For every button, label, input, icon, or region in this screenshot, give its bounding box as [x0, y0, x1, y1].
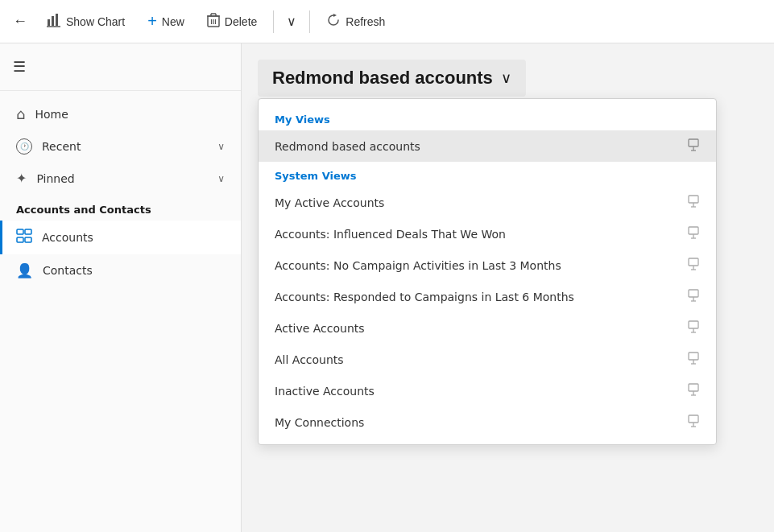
- pin-my-active-icon[interactable]: [687, 195, 700, 210]
- new-icon: +: [147, 12, 157, 31]
- svg-rect-12: [17, 229, 23, 234]
- pin-active-accounts-icon[interactable]: [687, 320, 700, 336]
- refresh-label: Refresh: [346, 15, 385, 28]
- pin-influenced-icon[interactable]: [687, 226, 700, 241]
- sidebar: ☰ ⌂ Home 🕐 Recent ∨ ✦ Pinned ∨ Accounts …: [0, 43, 242, 532]
- current-view-label: Redmond based accounts: [272, 68, 493, 89]
- view-selector-chevron-icon: ∨: [501, 69, 511, 87]
- dropdown-item-influenced-label: Accounts: Influenced Deals That We Won: [275, 228, 506, 241]
- sidebar-item-pinned[interactable]: ✦ Pinned ∨: [0, 163, 241, 194]
- accounts-icon: [16, 229, 32, 246]
- svg-rect-34: [689, 353, 698, 360]
- view-dropdown-panel: My Views Redmond based accounts System V…: [258, 98, 717, 445]
- show-chart-icon: [47, 13, 61, 31]
- dropdown-item-all-accounts[interactable]: All Accounts: [259, 344, 716, 375]
- dropdown-item-responded-label: Accounts: Responded to Campaigns in Last…: [275, 291, 574, 303]
- dropdown-item-no-campaign[interactable]: Accounts: No Campaign Activities in Last…: [259, 250, 716, 281]
- dropdown-item-active-accounts-label: Active Accounts: [275, 322, 365, 335]
- dropdown-item-redmond-label: Redmond based accounts: [275, 140, 420, 153]
- refresh-button[interactable]: Refresh: [317, 8, 395, 35]
- sidebar-item-accounts-label: Accounts: [42, 231, 225, 244]
- pin-connections-icon[interactable]: [687, 414, 700, 430]
- svg-rect-15: [25, 237, 31, 242]
- svg-rect-19: [689, 196, 698, 203]
- dropdown-item-redmond[interactable]: Redmond based accounts: [259, 130, 716, 162]
- accounts-contacts-section-label: Accounts and Contacts: [0, 194, 241, 221]
- dropdown-item-my-active[interactable]: My Active Accounts: [259, 187, 716, 218]
- pin-redmond-icon[interactable]: [687, 138, 700, 154]
- delete-label: Delete: [225, 15, 257, 28]
- sidebar-item-contacts-label: Contacts: [43, 264, 225, 277]
- toolbar-divider-2: [309, 10, 310, 33]
- pin-icon: ✦: [16, 171, 27, 186]
- dropdown-item-inactive-label: Inactive Accounts: [275, 385, 375, 398]
- svg-rect-25: [689, 258, 698, 266]
- dropdown-item-my-active-label: My Active Accounts: [275, 196, 384, 209]
- recent-chevron-icon: ∨: [217, 141, 225, 152]
- sidebar-item-pinned-label: Pinned: [36, 172, 208, 185]
- dropdown-arrow-icon: ∨: [287, 14, 296, 29]
- delete-button[interactable]: Delete: [197, 8, 267, 35]
- pin-inactive-icon[interactable]: [687, 383, 700, 398]
- dropdown-item-no-campaign-label: Accounts: No Campaign Activities in Last…: [275, 259, 561, 272]
- home-icon: ⌂: [16, 105, 25, 122]
- svg-rect-13: [25, 229, 31, 234]
- sidebar-nav: ⌂ Home 🕐 Recent ∨ ✦ Pinned ∨ Accounts an…: [0, 91, 241, 293]
- dropdown-item-responded[interactable]: Accounts: Responded to Campaigns in Last…: [259, 281, 716, 312]
- svg-rect-37: [689, 384, 698, 391]
- sidebar-item-contacts[interactable]: 👤 Contacts: [0, 254, 241, 287]
- dropdown-item-inactive[interactable]: Inactive Accounts: [259, 375, 716, 406]
- dropdown-arrow-button[interactable]: ∨: [280, 9, 303, 34]
- svg-rect-1: [52, 16, 54, 26]
- svg-rect-2: [56, 14, 58, 26]
- toolbar-divider: [273, 10, 274, 33]
- sidebar-item-accounts[interactable]: Accounts: [0, 221, 241, 254]
- back-button[interactable]: ←: [6, 8, 34, 35]
- dropdown-item-influenced[interactable]: Accounts: Influenced Deals That We Won: [259, 218, 716, 250]
- svg-rect-16: [689, 139, 698, 146]
- contacts-icon: 👤: [16, 262, 33, 278]
- pinned-chevron-icon: ∨: [217, 173, 225, 184]
- dropdown-item-connections-label: My Connections: [275, 416, 364, 429]
- pin-no-campaign-icon[interactable]: [687, 258, 700, 273]
- svg-rect-40: [689, 415, 698, 423]
- dropdown-item-active-accounts[interactable]: Active Accounts: [259, 312, 716, 344]
- dropdown-item-connections[interactable]: My Connections: [259, 406, 716, 438]
- pin-responded-icon[interactable]: [687, 289, 700, 304]
- show-chart-label: Show Chart: [66, 15, 125, 28]
- toolbar: ← Show Chart + New: [0, 0, 774, 43]
- hamburger-button[interactable]: ☰: [6, 53, 32, 80]
- dropdown-item-all-accounts-label: All Accounts: [275, 353, 344, 366]
- refresh-icon: [326, 13, 341, 31]
- sidebar-top: ☰: [0, 43, 241, 91]
- new-label: New: [162, 15, 184, 28]
- svg-rect-0: [48, 19, 50, 26]
- svg-rect-14: [17, 237, 23, 242]
- clock-icon: 🕐: [16, 138, 32, 155]
- view-selector-button[interactable]: Redmond based accounts ∨: [258, 60, 526, 97]
- sidebar-item-home[interactable]: ⌂ Home: [0, 97, 241, 130]
- new-button[interactable]: + New: [138, 7, 194, 35]
- my-views-section-label: My Views: [259, 105, 716, 130]
- system-views-section-label: System Views: [259, 162, 716, 187]
- delete-icon: [207, 13, 220, 31]
- pin-all-accounts-icon[interactable]: [687, 352, 700, 367]
- main-layout: ☰ ⌂ Home 🕐 Recent ∨ ✦ Pinned ∨ Accounts …: [0, 43, 774, 532]
- svg-rect-28: [689, 290, 698, 297]
- svg-rect-22: [689, 227, 698, 234]
- sidebar-item-recent[interactable]: 🕐 Recent ∨: [0, 130, 241, 163]
- svg-rect-31: [689, 321, 698, 328]
- content-area: Redmond based accounts ∨ My Views Redmon…: [242, 43, 774, 532]
- sidebar-item-recent-label: Recent: [42, 140, 208, 153]
- sidebar-item-home-label: Home: [35, 108, 225, 121]
- hamburger-icon: ☰: [13, 59, 26, 75]
- show-chart-button[interactable]: Show Chart: [37, 8, 135, 35]
